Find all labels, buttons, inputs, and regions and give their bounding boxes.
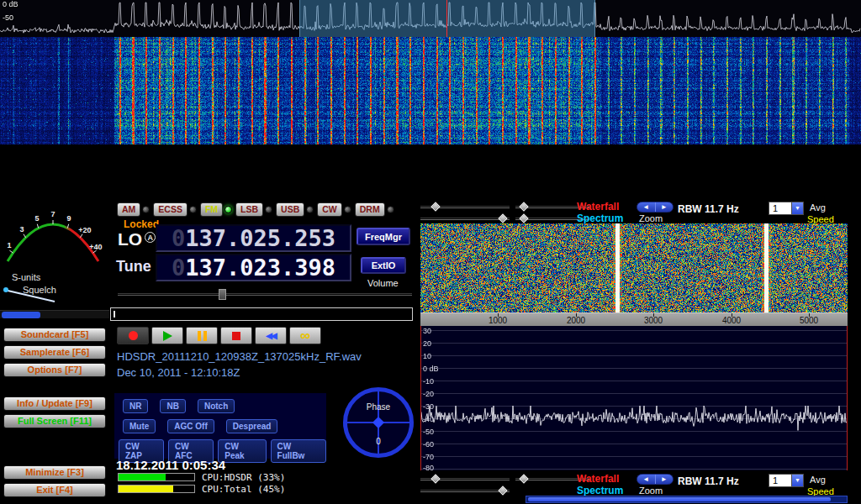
dropdown-arrow-icon[interactable]: ▼ xyxy=(791,475,803,486)
exit-button[interactable]: Exit [F4] xyxy=(3,483,106,497)
avg-select-bottom[interactable]: 1 ▼ xyxy=(769,474,804,487)
samplerate-button[interactable]: Samplerate [F6] xyxy=(3,345,106,360)
dsp-nb-button[interactable]: NB xyxy=(160,399,185,413)
s-meter-label: 3 xyxy=(19,225,24,234)
loop-icon: ∞ xyxy=(300,331,310,341)
slider-thumb[interactable] xyxy=(519,202,528,211)
db-axis-label: 0 dB xyxy=(423,365,439,373)
dsp-nr-button[interactable]: NR xyxy=(123,399,148,413)
record-button[interactable] xyxy=(117,327,149,344)
dropdown-arrow-icon[interactable]: ▼ xyxy=(791,202,803,214)
mode-ecss[interactable]: ECSS xyxy=(153,202,197,217)
dsp-notch-button[interactable]: Notch xyxy=(198,399,235,413)
fullscreen-button[interactable]: Full Screen [F11] xyxy=(3,414,106,428)
options-button[interactable]: Options [F7] xyxy=(3,363,106,377)
lo-frequency-display[interactable]: 0137.025.253 xyxy=(156,224,351,252)
volume-slider[interactable] xyxy=(118,289,412,300)
dsp-cw-fullbw-button[interactable]: CW FullBw xyxy=(271,439,326,463)
mode-am-led-icon xyxy=(142,206,150,213)
minimize-button[interactable]: Minimize [F3] xyxy=(3,465,106,480)
spectrum-label-bottom[interactable]: Spectrum xyxy=(577,485,623,496)
mode-lsb-led-icon xyxy=(265,206,272,213)
tuning-step-bar[interactable] xyxy=(110,307,413,321)
spectrum-brightness-slider[interactable] xyxy=(420,214,510,223)
lo-frequency-value: 137.025.253 xyxy=(185,225,335,251)
mode-usb-button[interactable]: USB xyxy=(276,202,304,217)
mode-ecss-led-icon xyxy=(189,206,197,213)
mode-drm-led-icon xyxy=(387,206,394,213)
lo-frequency-leading-zero: 0 xyxy=(172,225,185,251)
mode-fm[interactable]: FM xyxy=(200,202,232,217)
mode-ecss-button[interactable]: ECSS xyxy=(153,202,188,217)
stop-button[interactable] xyxy=(220,327,252,344)
volume-slider-thumb[interactable] xyxy=(219,289,226,300)
play-button[interactable] xyxy=(151,327,183,344)
mode-lsb[interactable]: LSB xyxy=(235,202,272,217)
mode-lsb-button[interactable]: LSB xyxy=(235,202,263,217)
dsp-agc-off-button[interactable]: AGC Off xyxy=(167,419,214,433)
af-waterfall-display[interactable] xyxy=(420,223,848,312)
slider-thumb[interactable] xyxy=(519,474,528,483)
mode-fm-button[interactable]: FM xyxy=(200,202,223,217)
mode-usb[interactable]: USB xyxy=(276,202,314,217)
freq-axis-label: 2000 xyxy=(555,316,597,325)
scrollbar-thumb[interactable] xyxy=(528,497,831,501)
freqmgr-button[interactable]: FreqMgr xyxy=(357,228,410,245)
passband-highlight[interactable] xyxy=(299,0,595,37)
db-axis-label: -40 xyxy=(423,415,434,423)
dsp-mute-button[interactable]: Mute xyxy=(123,419,156,433)
zoom-label-bottom: Zoom xyxy=(639,486,663,496)
lo-lock-badge-icon[interactable]: A xyxy=(145,232,156,243)
rbw-label-bottom: RBW 11.7 Hz xyxy=(678,475,739,487)
zoom-in-button-bottom[interactable]: ► xyxy=(656,475,673,484)
zoom-spinner[interactable]: ◄ ► xyxy=(637,202,673,213)
waterfall-label[interactable]: Waterfall xyxy=(577,201,619,213)
soundcard-button[interactable]: Soundcard [F5] xyxy=(3,328,106,342)
info-update-button[interactable]: Info / Update [F9] xyxy=(3,396,106,411)
af-frequency-axis[interactable]: 1000 2000 3000 4000 5000 xyxy=(420,312,848,326)
mode-cw[interactable]: CW xyxy=(317,202,351,217)
hdsdr-app: 137000 137005 137010 137015 137020 13702… xyxy=(0,0,861,504)
s-meter-label: +20 xyxy=(78,226,91,234)
avg-select[interactable]: 1 ▼ xyxy=(769,202,804,215)
waterfall-brightness-slider-bottom[interactable] xyxy=(420,475,510,484)
main-spectrum-display[interactable]: 0 dB -50 xyxy=(0,0,861,37)
spectrum-label[interactable]: Spectrum xyxy=(577,213,623,224)
db-axis-label: -10 xyxy=(423,377,434,386)
tune-frequency-display[interactable]: 0137.023.398 xyxy=(156,254,351,281)
zoom-out-button-bottom[interactable]: ◄ xyxy=(637,475,656,484)
squelch-slider-thumb[interactable] xyxy=(2,312,40,318)
waterfall-label-bottom[interactable]: Waterfall xyxy=(577,473,619,485)
waterfall-history-scrollbar[interactable] xyxy=(526,496,848,503)
extio-button[interactable]: ExtIO xyxy=(361,257,406,274)
lo-label-text: LO xyxy=(118,229,142,249)
rewind-button[interactable]: ◀◀ xyxy=(255,327,287,344)
squelch-label: Squelch xyxy=(23,285,56,295)
slider-thumb[interactable] xyxy=(430,474,440,483)
dsp-despread-button[interactable]: Despread xyxy=(226,419,278,433)
mode-am-button[interactable]: AM xyxy=(117,202,140,217)
avg-select-value-bottom: 1 xyxy=(769,475,791,486)
af-spectrum-display[interactable] xyxy=(420,326,848,470)
mode-drm[interactable]: DRM xyxy=(355,202,394,217)
mode-am[interactable]: AM xyxy=(117,202,150,217)
slider-thumb[interactable] xyxy=(498,213,507,223)
squelch-slider[interactable] xyxy=(0,310,109,318)
loop-button[interactable]: ∞ xyxy=(289,327,321,344)
mode-drm-button[interactable]: DRM xyxy=(355,202,385,217)
mode-cw-button[interactable]: CW xyxy=(317,202,342,217)
mode-selector: AM ECSS FM LSB USB CW DRM xyxy=(117,202,394,217)
db-axis-label: -30 xyxy=(423,402,434,411)
slider-thumb[interactable] xyxy=(430,202,440,211)
pause-button[interactable] xyxy=(186,327,218,344)
zoom-spinner-bottom[interactable]: ◄ ► xyxy=(637,474,673,485)
dsp-panel: NR NB Notch Mute AGC Off Despread CW ZAP… xyxy=(114,393,326,459)
spectrum-brightness-slider-bottom[interactable] xyxy=(420,486,510,496)
waterfall-brightness-slider[interactable] xyxy=(420,202,510,212)
zoom-in-button[interactable]: ► xyxy=(656,202,673,212)
slider-thumb[interactable] xyxy=(519,213,528,223)
zoom-out-button[interactable]: ◄ xyxy=(637,202,656,212)
db-axis-label: -70 xyxy=(423,453,434,461)
slider-thumb[interactable] xyxy=(498,486,507,495)
cpu-total-meter-fill xyxy=(119,486,173,492)
